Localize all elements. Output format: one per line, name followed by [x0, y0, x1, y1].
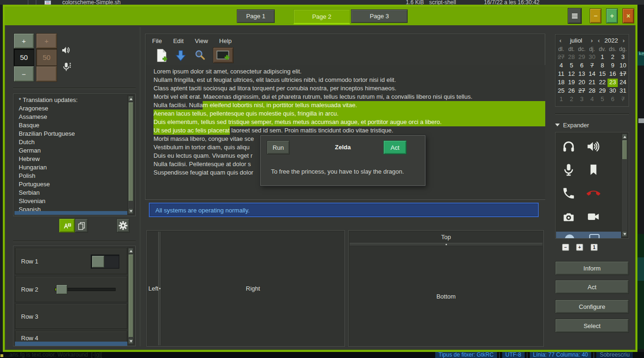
calendar-day[interactable]: 5 — [566, 62, 577, 70]
scroll-down-button[interactable] — [622, 231, 627, 237]
tab-page-3[interactable]: Page 3 — [351, 9, 408, 23]
calendar-day[interactable]: 14 — [587, 70, 597, 79]
list-item[interactable]: Polish — [15, 172, 127, 180]
scrollbar-thumb[interactable] — [128, 254, 133, 337]
calendar-day[interactable]: 23 — [607, 79, 618, 87]
inform-button[interactable]: Inform — [555, 261, 629, 275]
next-year-button[interactable]: › — [620, 37, 627, 44]
window-menu-button[interactable] — [568, 8, 582, 24]
calendar-day[interactable]: 30 — [607, 87, 618, 95]
close-button[interactable]: × — [622, 8, 634, 23]
scrollbar-thumb[interactable] — [128, 102, 133, 201]
tab-page-1[interactable]: Page 1 — [237, 9, 275, 23]
bookmark-icon[interactable] — [586, 163, 601, 178]
prev-month-button[interactable]: ‹ — [557, 37, 564, 44]
iconview-scrollbar[interactable] — [621, 133, 628, 238]
calendar-day[interactable]: 20 — [577, 79, 587, 87]
calendar-day[interactable]: 2 — [607, 53, 618, 62]
scroll-up-button[interactable] — [128, 248, 133, 254]
calendar-day[interactable]: 27 — [577, 87, 587, 95]
settings-button[interactable] — [117, 219, 130, 233]
scrollbar-thumb[interactable] — [622, 140, 627, 160]
list-selected-row-clipped[interactable] — [15, 211, 127, 215]
calendar-day[interactable]: 25 — [556, 87, 566, 95]
calendar-day[interactable]: 29 — [577, 53, 587, 62]
calendar-day[interactable]: 1 — [556, 95, 566, 104]
spin-value[interactable]: 50 — [14, 49, 34, 66]
next-month-button[interactable]: › — [588, 37, 595, 44]
phone-icon[interactable] — [562, 186, 577, 201]
calendar-day[interactable]: 31 — [618, 87, 628, 95]
calendar-day[interactable]: 11 — [556, 70, 566, 79]
menu-edit[interactable]: Edit — [173, 37, 183, 44]
translate-toggle-button[interactable] — [59, 219, 75, 233]
calendar-day[interactable]: 9 — [607, 62, 618, 70]
panel-scrollbar[interactable] — [139, 27, 141, 346]
calendar-day[interactable]: 6 — [577, 62, 587, 70]
calendar-day[interactable]: 1 — [597, 53, 607, 62]
zoom-out-button[interactable]: − — [562, 244, 569, 251]
calendar-day[interactable]: 3 — [618, 53, 628, 62]
calendar-day[interactable]: 6 — [607, 95, 618, 104]
calendar-day[interactable]: 2 — [566, 95, 577, 104]
scroll-up-button[interactable] — [128, 96, 133, 102]
calendar-day[interactable]: 5 — [597, 95, 607, 104]
expander-header[interactable]: Expander — [555, 121, 629, 129]
list-item[interactable]: Serbian — [15, 189, 127, 197]
menu-help[interactable]: Help — [219, 37, 232, 44]
new-document-button[interactable] — [156, 49, 168, 64]
scroll-down-button[interactable] — [128, 338, 133, 344]
slider-thumb[interactable] — [56, 285, 67, 294]
calendar-day[interactable]: 19 — [566, 79, 577, 87]
list-row-2[interactable]: Row 2 — [15, 276, 127, 302]
list-row-3[interactable]: Row 3 — [15, 304, 127, 329]
scroll-up-button[interactable] — [622, 134, 627, 139]
volume-high-icon[interactable] — [586, 139, 601, 154]
calendar-day[interactable]: 7 — [618, 95, 628, 104]
list-item[interactable]: Portuguese — [15, 180, 127, 189]
calendar-day[interactable]: 27 — [556, 53, 566, 62]
menu-view[interactable]: View — [195, 37, 208, 44]
iconview-selected-row-clipped[interactable] — [556, 232, 621, 239]
list-item[interactable]: * Translation updates: — [15, 96, 127, 104]
calendar-day[interactable]: 26 — [566, 87, 577, 95]
copy-toggle-button[interactable] — [75, 219, 88, 233]
calendar-day[interactable]: 13 — [577, 70, 587, 79]
calendar-day[interactable]: 29 — [597, 87, 607, 95]
calendar-day[interactable]: 28 — [587, 87, 597, 95]
video-camera-icon[interactable] — [586, 210, 601, 225]
list-item[interactable]: Slovenian — [15, 197, 127, 205]
switch-handle[interactable] — [92, 256, 104, 268]
calendar-day[interactable]: 21 — [587, 79, 597, 87]
configure-button[interactable]: Configure — [555, 300, 629, 314]
zoom-reset-button[interactable]: 1 — [591, 244, 598, 251]
save-button[interactable] — [176, 50, 186, 63]
calendar-day[interactable]: 8 — [597, 62, 607, 70]
calendar-day[interactable]: 24 — [618, 79, 628, 87]
calendar-day[interactable]: 10 — [618, 62, 628, 70]
calendar-day[interactable]: 3 — [577, 95, 587, 104]
rows-scrollbar[interactable] — [127, 247, 134, 345]
list-item[interactable]: Dutch — [15, 138, 127, 146]
calendar-day[interactable]: 15 — [597, 70, 607, 79]
headphones-icon[interactable] — [562, 139, 577, 154]
phone-hangup-icon[interactable] — [586, 186, 601, 201]
screenshot-toggle-button[interactable] — [213, 47, 234, 63]
switch-toggle[interactable] — [91, 255, 119, 269]
list-item[interactable]: Hebrew — [15, 155, 127, 163]
zoom-in-button[interactable]: + — [576, 244, 583, 251]
calendar-day[interactable]: 22 — [597, 79, 607, 87]
list-item[interactable]: Brazilian Portuguese — [15, 130, 127, 138]
select-button[interactable]: Select — [555, 319, 629, 333]
list-item[interactable]: Spanish — [15, 205, 127, 211]
maximize-button[interactable]: + — [606, 8, 618, 23]
calendar-day[interactable]: 18 — [556, 79, 566, 87]
calendar-day[interactable]: 7 — [587, 62, 597, 70]
calendar-day[interactable]: 17 — [618, 70, 628, 79]
list-item[interactable]: German — [15, 146, 127, 155]
calendar-day[interactable]: 28 — [566, 53, 577, 62]
list-item[interactable]: Hungarian — [15, 163, 127, 172]
list-item[interactable]: Aragonese — [15, 104, 127, 113]
calendar-day[interactable]: 30 — [587, 53, 597, 62]
prev-year-button[interactable]: ‹ — [595, 37, 602, 44]
